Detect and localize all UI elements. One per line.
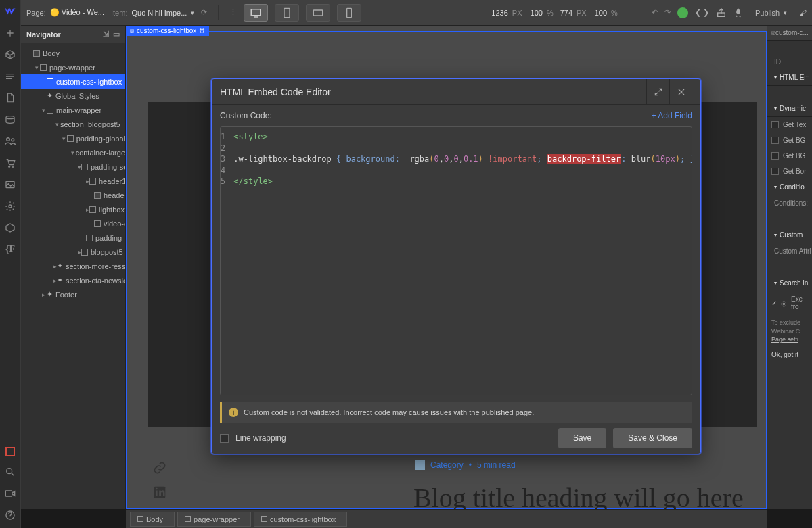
redo-icon[interactable]: ↷ <box>664 8 671 17</box>
tree-container-large[interactable]: ▾container-large <box>21 145 125 160</box>
search-icon[interactable] <box>4 466 16 478</box>
save-button[interactable]: Save <box>558 428 606 448</box>
tree-page-wrapper[interactable]: ▾page-wrapper <box>21 60 125 74</box>
item-name: Quo Nihil Impe... <box>131 9 187 17</box>
page-selector[interactable]: Page: 🟡 Vidéo - We... <box>26 8 104 17</box>
section-search-in[interactable]: ▾Search in <box>767 275 812 291</box>
section-html-embed[interactable]: ▾HTML Em <box>767 70 812 86</box>
svg-rect-14 <box>718 13 725 16</box>
check-get-text[interactable]: Get Tex <box>767 117 812 133</box>
settings-icon[interactable] <box>4 200 16 212</box>
apps-icon[interactable] <box>4 222 16 234</box>
read-time: 5 min read <box>477 460 516 470</box>
rocket-icon[interactable] <box>734 7 743 18</box>
assets-icon[interactable] <box>4 178 16 191</box>
tree-blogpost5-c[interactable]: ▸blogpost5_c... <box>21 245 125 259</box>
html-embed-modal: HTML Embed Code Editor Custom Code: + Ad… <box>211 78 701 454</box>
section-dynamic[interactable]: ▾Dynamic <box>767 101 812 117</box>
section-conditions[interactable]: ▾Conditio <box>767 179 812 195</box>
add-field-link[interactable]: + Add Field <box>652 111 692 120</box>
item-selector[interactable]: Item: Quo Nihil Impe... ▾ <box>111 9 194 17</box>
check-exclude[interactable]: ✓◎Excfro <box>767 291 812 314</box>
check-get-bg-2[interactable]: Get BG <box>767 148 812 164</box>
box-icon[interactable] <box>4 49 16 61</box>
users-icon[interactable] <box>4 135 16 147</box>
svg-point-17 <box>156 488 158 490</box>
section-custom[interactable]: ▾Custom <box>767 227 812 243</box>
warning-text: Custom code is not validated. Incorrect … <box>244 408 534 416</box>
status-ok-icon[interactable] <box>677 7 688 18</box>
linkedin-icon[interactable] <box>153 485 166 499</box>
code-editor[interactable]: 1 2 3 4 5 <style> .w-lightbox-backdrop {… <box>220 126 692 395</box>
note-text: To exclude Webinar C Page setti <box>767 314 812 348</box>
svg-rect-13 <box>347 8 352 17</box>
tree-section-more[interactable]: ▸✦section-more-ressour... <box>21 259 125 273</box>
svg-point-6 <box>9 205 12 208</box>
crumb-page-wrapper[interactable]: page-wrapper <box>177 512 251 527</box>
tree-padding-section[interactable]: ▾padding-sectio... <box>21 160 125 174</box>
right-panel-tab[interactable]: ⎚ custom-c... <box>767 26 812 41</box>
link-icon[interactable] <box>153 461 166 475</box>
canvas-height[interactable]: 774 PX 100 % <box>560 9 618 17</box>
category-link[interactable]: Category <box>430 460 464 470</box>
device-mobile-button[interactable] <box>337 4 361 22</box>
tree-padding-bot[interactable]: padding-bot... <box>21 231 125 245</box>
code-body[interactable]: <style> .w-lightbox-backdrop { backgroun… <box>229 127 692 395</box>
more-icon[interactable]: ⋮ <box>229 8 237 17</box>
check-get-border[interactable]: Get Bor <box>767 164 812 179</box>
save-close-button[interactable]: Save & Close <box>613 428 692 448</box>
crumb-body[interactable]: Body <box>130 512 175 527</box>
ecommerce-icon[interactable] <box>4 157 16 169</box>
device-desktop-button[interactable] <box>244 4 268 22</box>
brush-icon[interactable]: 🖌 <box>799 9 807 17</box>
tree-header17[interactable]: header17_... <box>21 188 125 202</box>
share-icons <box>153 461 166 499</box>
code-icon[interactable]: ❮ ❯ <box>695 8 709 17</box>
tree-lightbox-p[interactable]: ▸lightbox-p... <box>21 202 125 216</box>
lines-icon[interactable] <box>4 70 16 82</box>
category-swatch <box>415 460 425 470</box>
undo-icon[interactable]: ↶ <box>652 8 658 17</box>
canvas-width[interactable]: 1236 PX 100 % <box>491 9 553 17</box>
page-icon[interactable] <box>4 92 16 104</box>
export-icon[interactable] <box>716 7 727 18</box>
close-button[interactable] <box>669 79 692 105</box>
tree-global-styles[interactable]: ✦Global Styles <box>21 89 125 103</box>
tree-footer[interactable]: ▸✦Footer <box>21 287 125 302</box>
tree-section-blogpost5[interactable]: ▾section_blogpost5 <box>21 117 125 131</box>
selection-tag[interactable]: ⎚ custom-css-lightbox ⚙ <box>126 26 209 36</box>
tree-header17-lig[interactable]: ▸header17_lig... <box>21 174 125 188</box>
webflow-logo-icon[interactable] <box>4 5 16 18</box>
id-label: ID <box>767 54 812 70</box>
navigator-tree: Body ▾page-wrapper custom-css-lightbox ✦… <box>21 43 125 304</box>
tree-custom-css-lightbox[interactable]: custom-css-lightbox <box>21 74 125 89</box>
stop-icon[interactable] <box>5 447 15 456</box>
code-gutter: 1 2 3 4 5 <box>221 127 229 395</box>
dot-separator: • <box>469 460 472 470</box>
device-landscape-button[interactable] <box>306 4 330 22</box>
line-wrapping-checkbox[interactable] <box>220 434 229 443</box>
publish-button[interactable]: Publish ▾ <box>750 6 792 20</box>
ok-got-it[interactable]: Ok, got it <box>767 348 812 361</box>
tree-body[interactable]: Body <box>21 46 125 60</box>
breadcrumb: Body page-wrapper custom-css-lightbox <box>126 509 767 528</box>
video-icon[interactable] <box>4 487 16 500</box>
collapse-icon[interactable]: ▭ <box>113 30 120 39</box>
tree-main-wrapper[interactable]: ▾main-wrapper <box>21 103 125 117</box>
help-icon[interactable] <box>4 509 16 521</box>
page-name: 🟡 Vidéo - We... <box>50 8 104 17</box>
tree-section-cta[interactable]: ▸✦section-cta-newslett... <box>21 273 125 287</box>
gear-icon[interactable]: ⚙ <box>199 27 205 34</box>
device-tablet-button[interactable] <box>275 4 299 22</box>
tree-padding-global[interactable]: ▾padding-global <box>21 131 125 145</box>
add-icon[interactable] <box>4 27 16 39</box>
refresh-icon[interactable]: ⟳ <box>201 8 207 17</box>
cms-icon[interactable] <box>4 114 16 126</box>
finsweet-icon[interactable]: {F <box>4 243 16 256</box>
pin-icon[interactable]: ⇲ <box>103 30 109 39</box>
crumb-custom-css[interactable]: custom-css-lightbox <box>254 512 347 527</box>
svg-point-1 <box>7 138 10 141</box>
expand-button[interactable] <box>646 79 669 105</box>
check-get-bg-1[interactable]: Get BG <box>767 133 812 148</box>
tree-video-ove[interactable]: video-ove... <box>21 216 125 231</box>
